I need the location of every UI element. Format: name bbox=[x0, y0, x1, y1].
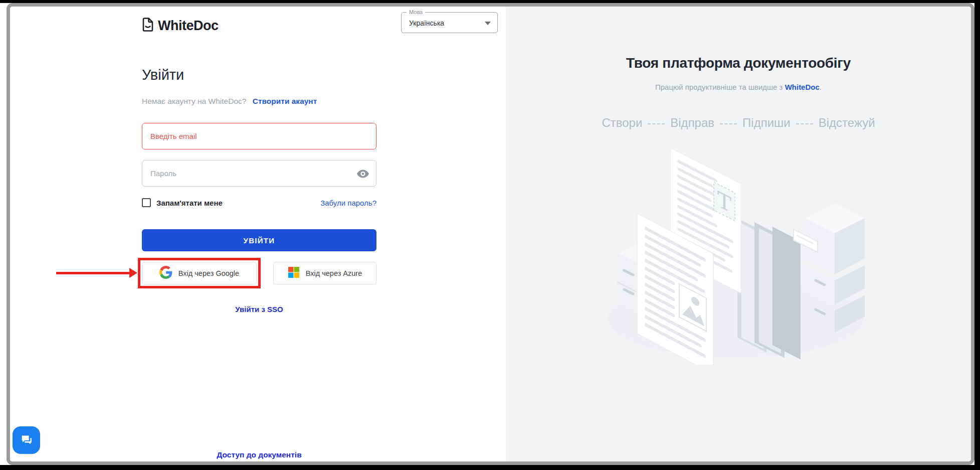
step-connector bbox=[720, 123, 737, 124]
chat-widget-button[interactable] bbox=[13, 426, 40, 454]
signup-row: Немає акаунту на WhiteDoc? Створити акау… bbox=[142, 97, 317, 106]
browser-window-frame: WhiteDoc Мова Українська Увійти Немає ак… bbox=[7, 3, 974, 465]
screenshot-stage: WhiteDoc Мова Українська Увійти Немає ак… bbox=[0, 0, 980, 470]
promo-subtitle-text: Працюй продуктивніше та швидше з bbox=[655, 83, 785, 91]
documents-illustration: T bbox=[578, 139, 899, 367]
language-select-value: Українська bbox=[409, 19, 444, 27]
sso-login-link[interactable]: Увійти з SSO bbox=[142, 305, 376, 314]
remember-me-control[interactable]: Запам'ятати мене bbox=[142, 198, 223, 207]
step-connector bbox=[796, 123, 813, 124]
remember-row: Запам'ятати мене Забули пароль? bbox=[142, 198, 376, 207]
step-track: Відстежуй bbox=[819, 116, 875, 129]
image-edge-bottom bbox=[0, 465, 980, 470]
promo-title: Твоя платформа документообігу bbox=[626, 55, 851, 71]
promo-brand-name: WhiteDoc bbox=[785, 83, 820, 91]
azure-signin-button[interactable]: Вхід через Azure bbox=[273, 262, 376, 284]
remember-me-label: Запам'ятати мене bbox=[156, 199, 223, 207]
sign-in-button[interactable]: УВІЙТИ bbox=[142, 229, 376, 251]
password-input[interactable] bbox=[142, 161, 376, 186]
forgot-password-link[interactable]: Забули пароль? bbox=[320, 199, 376, 207]
google-g-icon bbox=[159, 266, 172, 280]
language-select[interactable]: Мова Українська bbox=[401, 12, 498, 33]
chat-bubbles-icon bbox=[19, 432, 34, 449]
annotation-arrow-head bbox=[129, 268, 137, 278]
promo-subtitle: Працюй продуктивніше та швидше з WhiteDo… bbox=[655, 83, 822, 91]
page-title: Увійти bbox=[142, 67, 184, 83]
google-button-label: Вхід через Google bbox=[178, 269, 239, 277]
image-edge-right bbox=[974, 0, 980, 470]
document-smile-icon bbox=[142, 18, 154, 34]
eye-icon[interactable] bbox=[357, 170, 369, 178]
chevron-down-icon bbox=[485, 22, 491, 25]
step-sign: Підпиши bbox=[742, 116, 791, 129]
language-select-label: Мова bbox=[407, 9, 425, 15]
promo-subtitle-period: . bbox=[820, 83, 822, 91]
logo-text: WhiteDoc bbox=[158, 18, 219, 34]
whitedoc-logo: WhiteDoc bbox=[142, 18, 219, 34]
annotation-arrow bbox=[56, 272, 130, 274]
step-send: Відправ bbox=[670, 116, 714, 129]
promo-panel: Твоя платформа документообігу Працюй про… bbox=[506, 7, 971, 461]
document-access-link[interactable]: Доступ до документів bbox=[142, 450, 376, 459]
email-input[interactable] bbox=[142, 123, 376, 149]
microsoft-icon bbox=[288, 266, 300, 280]
google-signin-button[interactable]: Вхід через Google bbox=[142, 262, 257, 284]
workflow-steps: СтвориВідправПідпишиВідстежуй bbox=[602, 116, 875, 130]
no-account-text: Немає акаунту на WhiteDoc? bbox=[142, 97, 246, 105]
step-connector bbox=[648, 123, 665, 124]
password-field-wrapper bbox=[142, 160, 376, 187]
step-create: Створи bbox=[602, 116, 642, 129]
login-panel: WhiteDoc Мова Українська Увійти Немає ак… bbox=[10, 7, 506, 461]
remember-me-checkbox[interactable] bbox=[142, 198, 151, 207]
azure-button-label: Вхід через Azure bbox=[306, 269, 362, 277]
create-account-link[interactable]: Створити акаунт bbox=[253, 97, 317, 105]
email-field-wrapper bbox=[142, 123, 376, 149]
